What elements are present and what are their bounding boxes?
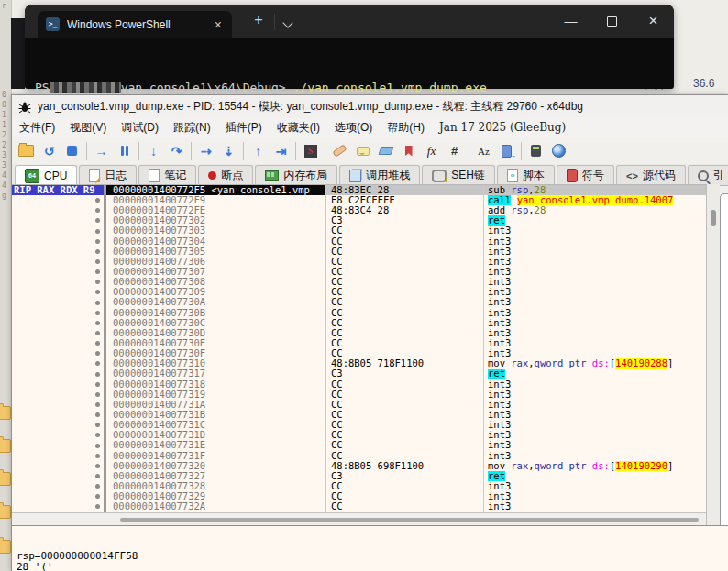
stop-button[interactable] <box>61 140 83 162</box>
bookmark-button[interactable] <box>397 140 420 162</box>
tab-seh[interactable]: SEH链 <box>422 165 495 185</box>
gutter-dot[interactable] <box>95 259 100 264</box>
terminal-titlebar[interactable]: >_ Windows PowerShell × + — × <box>25 5 674 38</box>
breakpoint-gutter[interactable] <box>12 358 106 368</box>
execute-till-return-button[interactable]: ⇣ <box>217 140 240 162</box>
gutter-dot[interactable] <box>95 494 100 499</box>
gutter-dot[interactable] <box>95 504 100 509</box>
breakpoint-gutter[interactable] <box>12 247 106 257</box>
assemble-button[interactable]: Az <box>472 140 495 162</box>
disassembly-view[interactable]: RIP RAX RDX R900000001400772F5 <yan_cons… <box>12 184 706 512</box>
step-into-button[interactable]: ↓ <box>142 140 165 162</box>
gutter-dot[interactable] <box>95 249 100 254</box>
terminal-tab-powershell[interactable]: >_ Windows PowerShell × <box>38 11 232 38</box>
tab-callstack[interactable]: 调用堆栈 <box>339 165 420 185</box>
breakpoint-gutter[interactable] <box>12 318 106 328</box>
gutter-dot[interactable] <box>95 412 100 417</box>
comment-button[interactable] <box>351 140 374 162</box>
breakpoint-gutter[interactable] <box>12 481 106 491</box>
breakpoint-gutter[interactable] <box>12 348 106 358</box>
breakpoint-gutter[interactable] <box>12 205 106 215</box>
breakpoint-gutter[interactable] <box>12 277 106 287</box>
breakpoint-gutter[interactable] <box>12 400 106 410</box>
menu-item[interactable]: 文件(F) <box>12 120 62 136</box>
gutter-dot[interactable] <box>95 239 100 244</box>
disasm-row[interactable]: 000000014007731ECCint3 <box>12 441 706 451</box>
pause-button[interactable] <box>113 140 136 162</box>
gutter-dot[interactable] <box>95 198 100 203</box>
gutter-dot[interactable] <box>95 464 100 468</box>
gutter-dot[interactable] <box>95 484 100 489</box>
breakpoint-gutter[interactable] <box>12 410 106 420</box>
gutter-dot[interactable] <box>95 311 100 315</box>
gutter-dot[interactable] <box>95 218 100 223</box>
tab-log[interactable]: 日志 <box>79 165 137 185</box>
close-button[interactable]: × <box>633 5 674 38</box>
gutter-dot[interactable] <box>95 372 100 377</box>
patch-button[interactable] <box>328 140 351 162</box>
open-file-button[interactable] <box>15 140 38 162</box>
gutter-dot[interactable] <box>95 341 100 346</box>
gutter-dot[interactable] <box>95 474 100 478</box>
breakpoint-gutter[interactable] <box>12 257 106 267</box>
minimize-button[interactable]: — <box>550 5 591 38</box>
gutter-dot[interactable] <box>95 208 100 213</box>
tab-references[interactable]: 引 <box>688 165 728 185</box>
gutter-dot[interactable] <box>95 382 100 387</box>
breakpoint-gutter[interactable] <box>12 441 106 451</box>
tab-dropdown-icon[interactable] <box>282 17 292 27</box>
tab-memory[interactable]: 内存布局 <box>255 165 337 185</box>
breakpoint-gutter[interactable] <box>12 328 106 338</box>
disasm-row[interactable]: 0000000140077317C3ret <box>12 369 706 379</box>
gutter-dot[interactable] <box>95 229 100 234</box>
gutter-dot[interactable] <box>95 361 100 366</box>
tab-script[interactable]: ‹›脚本 <box>497 165 555 185</box>
breakpoint-gutter[interactable] <box>12 430 106 440</box>
gutter-dot[interactable] <box>95 423 100 427</box>
breakpoint-gutter[interactable] <box>12 491 106 501</box>
menu-item[interactable]: 插件(P) <box>218 120 270 136</box>
menu-item[interactable]: 跟踪(N) <box>166 120 218 136</box>
breakpoint-gutter[interactable] <box>12 390 106 400</box>
breakpoint-gutter[interactable] <box>12 215 106 225</box>
preferences-button[interactable] <box>547 140 570 162</box>
tab-cpu[interactable]: 64CPU <box>15 165 77 185</box>
gutter-dot[interactable] <box>95 321 100 325</box>
menu-item[interactable]: 调试(D) <box>114 120 166 136</box>
breakpoint-gutter[interactable] <box>12 451 106 461</box>
gutter-dot[interactable] <box>95 280 100 284</box>
run-expression-button[interactable]: ↑ <box>247 140 270 162</box>
scylla-button[interactable]: S <box>299 140 322 162</box>
gutter-dot[interactable] <box>95 392 100 397</box>
gutter-dot[interactable] <box>95 454 100 458</box>
horizontal-scrollbar[interactable] <box>12 512 706 525</box>
breakpoint-gutter[interactable] <box>12 338 106 348</box>
highlight-button[interactable]: # <box>443 140 466 162</box>
menu-item[interactable]: 视图(V) <box>62 120 114 136</box>
gutter-dot[interactable] <box>95 331 100 335</box>
breakpoint-gutter[interactable] <box>12 236 106 247</box>
breakpoint-gutter[interactable] <box>12 195 106 205</box>
new-tab-button[interactable]: + <box>248 13 270 27</box>
breakpoint-gutter[interactable] <box>12 226 106 236</box>
breakpoint-gutter[interactable] <box>12 461 106 471</box>
breakpoint-gutter[interactable] <box>12 471 106 481</box>
gutter-dot[interactable] <box>95 402 100 407</box>
run-button[interactable]: → <box>90 140 113 162</box>
menu-item[interactable]: 帮助(H) <box>380 120 432 136</box>
goto-button[interactable] <box>495 140 518 162</box>
label-button[interactable] <box>374 140 397 162</box>
run-to-user-code-button[interactable]: ⇢ <box>194 140 217 162</box>
gutter-dot[interactable] <box>95 444 100 448</box>
step-over-button[interactable]: ↷ <box>165 140 188 162</box>
function-button[interactable]: fx <box>420 140 443 162</box>
gutter-dot[interactable] <box>95 433 100 437</box>
gutter-dot[interactable] <box>95 290 100 294</box>
gutter-dot[interactable] <box>95 301 100 305</box>
attach-button[interactable]: ⇥ <box>270 140 292 162</box>
debugger-titlebar[interactable]: yan_console1.vmp_dump.exe - PID: 15544 -… <box>12 95 728 118</box>
vertical-scrollbar[interactable] <box>706 184 720 525</box>
menu-item[interactable]: 选项(O) <box>327 120 380 136</box>
breakpoint-gutter[interactable] <box>12 298 106 308</box>
menu-item[interactable]: 收藏夹(I) <box>270 120 327 136</box>
